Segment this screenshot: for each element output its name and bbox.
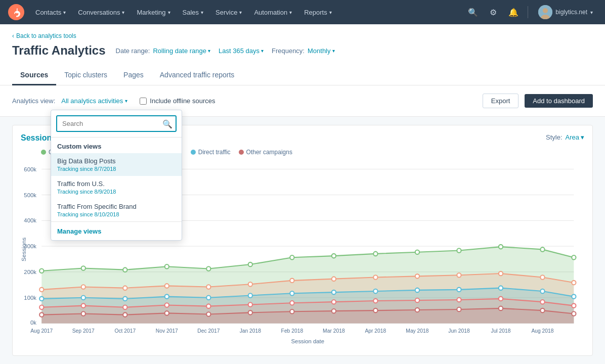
nav-service[interactable]: Service ▾ [210, 6, 247, 19]
settings-icon[interactable]: ⚙ [485, 4, 501, 20]
dropdown-section-label: Custom views [51, 138, 182, 153]
back-link[interactable]: ‹ Back to analytics tools [12, 32, 593, 39]
svg-text:200k: 200k [24, 269, 36, 275]
svg-point-19 [39, 269, 44, 273]
chevron-down-icon: ▾ [125, 98, 127, 104]
svg-text:Apr 2018: Apr 2018 [365, 328, 386, 333]
svg-point-28 [415, 250, 419, 254]
svg-point-69 [373, 299, 377, 303]
svg-text:Jan 2018: Jan 2018 [240, 328, 262, 333]
svg-point-20 [81, 266, 85, 270]
svg-text:Mar 2018: Mar 2018 [323, 328, 345, 333]
svg-point-38 [248, 282, 252, 286]
svg-text:Session date: Session date [291, 338, 325, 344]
svg-point-59 [540, 289, 544, 293]
svg-text:400k: 400k [24, 217, 36, 223]
analytics-bar: Analytics view: All analytics activities… [0, 85, 605, 117]
tab-sources[interactable]: Sources [12, 66, 56, 85]
date-range-dropdown[interactable]: Rolling date range ▾ [153, 47, 210, 55]
chevron-down-icon: ▾ [329, 10, 332, 15]
nav-marketing[interactable]: Marketing ▾ [132, 6, 175, 19]
add-to-dashboard-button[interactable]: Add to dashboard [525, 94, 593, 108]
tabs: Sources Topic clusters Pages Advanced tr… [12, 66, 593, 85]
svg-point-72 [499, 297, 503, 301]
hubspot-logo[interactable] [8, 4, 24, 20]
export-button[interactable]: Export [483, 94, 519, 108]
dropdown-list: Custom views Big Data Blog Posts Trackin… [51, 138, 182, 221]
user-menu[interactable]: biglytics.net ▾ [534, 3, 597, 21]
svg-point-31 [540, 247, 544, 251]
dropdown-footer: Manage views [51, 221, 182, 240]
legend-dot [239, 150, 244, 155]
svg-point-57 [457, 288, 461, 292]
nav-automation[interactable]: Automation ▾ [249, 6, 297, 19]
analytics-view-dropdown-menu: 🔍 Custom views Big Data Blog Posts Track… [51, 110, 182, 241]
nav-reports[interactable]: Reports ▾ [299, 6, 337, 19]
svg-point-67 [290, 301, 294, 305]
svg-text:Oct 2017: Oct 2017 [114, 328, 136, 333]
chevron-down-icon: ▾ [581, 133, 584, 141]
svg-text:Jun 2018: Jun 2018 [448, 328, 470, 333]
svg-point-29 [457, 248, 461, 252]
svg-point-76 [81, 311, 85, 315]
svg-point-33 [39, 288, 44, 292]
svg-point-49 [123, 297, 127, 301]
legend-dot [191, 150, 196, 155]
svg-text:100k: 100k [24, 295, 36, 301]
svg-point-46 [572, 281, 576, 285]
chevron-down-icon: ▾ [201, 10, 203, 15]
frequency-dropdown[interactable]: Monthly ▾ [308, 47, 335, 55]
analytics-view-dropdown[interactable]: All analytics activities ▾ [61, 97, 127, 105]
svg-point-32 [572, 255, 576, 259]
svg-point-60 [572, 294, 576, 298]
chevron-down-icon: ▾ [239, 10, 242, 15]
user-domain: biglytics.net [555, 9, 587, 16]
svg-point-86 [499, 306, 503, 310]
search-icon[interactable]: 🔍 [465, 4, 481, 20]
nav-sales[interactable]: Sales ▾ [178, 6, 209, 19]
date-last-dropdown[interactable]: Last 365 days ▾ [219, 47, 264, 55]
svg-point-35 [123, 286, 127, 290]
style-control: Style: Area ▾ [546, 133, 584, 141]
svg-point-61 [39, 305, 44, 309]
manage-views-link[interactable]: Manage views [57, 228, 101, 235]
svg-point-27 [373, 252, 377, 256]
page-header: ‹ Back to analytics tools Traffic Analyt… [0, 24, 605, 85]
dropdown-item-traffic-brand[interactable]: Traffic From Specific Brand Tracking sin… [51, 199, 182, 221]
page-title: Traffic Analytics [12, 43, 106, 58]
style-dropdown[interactable]: Area ▾ [566, 133, 584, 141]
header-controls: Date range: Rolling date range ▾ Last 36… [116, 47, 335, 55]
svg-point-54 [332, 290, 336, 294]
dropdown-search-input[interactable] [56, 115, 177, 132]
tab-topic-clusters[interactable]: Topic clusters [56, 66, 115, 85]
svg-point-63 [123, 305, 127, 309]
svg-point-21 [123, 267, 127, 271]
svg-text:May 2018: May 2018 [406, 328, 428, 333]
svg-point-26 [332, 254, 336, 258]
dropdown-item-traffic-us[interactable]: Traffic from U.S. Tracking since 8/9/201… [51, 176, 182, 199]
header-row: Traffic Analytics Date range: Rolling da… [12, 43, 593, 58]
frequency-control: Frequency: Monthly ▾ [272, 47, 335, 55]
svg-point-22 [165, 264, 169, 268]
chevron-down-icon: ▾ [261, 48, 264, 54]
svg-point-66 [248, 302, 252, 306]
svg-text:Nov 2017: Nov 2017 [156, 328, 178, 333]
offline-sources-checkbox[interactable] [140, 98, 147, 105]
svg-text:0k: 0k [30, 320, 36, 326]
tab-pages[interactable]: Pages [115, 66, 152, 85]
nav-conversations[interactable]: Conversations ▾ [73, 6, 129, 19]
svg-point-75 [39, 312, 44, 316]
svg-point-87 [540, 308, 544, 312]
svg-text:Sep 2017: Sep 2017 [72, 328, 95, 333]
svg-point-44 [499, 271, 503, 276]
notifications-icon[interactable]: 🔔 [505, 4, 522, 20]
search-icon[interactable]: 🔍 [162, 119, 172, 128]
legend-other-campaigns: Other campaigns [239, 149, 292, 156]
svg-point-30 [499, 245, 503, 249]
nav-contacts[interactable]: Contacts ▾ [30, 6, 71, 19]
chevron-down-icon: ▾ [208, 48, 210, 54]
chevron-down-icon: ▾ [63, 10, 66, 15]
dropdown-item-big-data[interactable]: Big Data Blog Posts Tracking since 8/7/2… [51, 153, 182, 176]
tab-advanced[interactable]: Advanced traffic reports [152, 66, 243, 85]
svg-point-62 [81, 303, 85, 307]
